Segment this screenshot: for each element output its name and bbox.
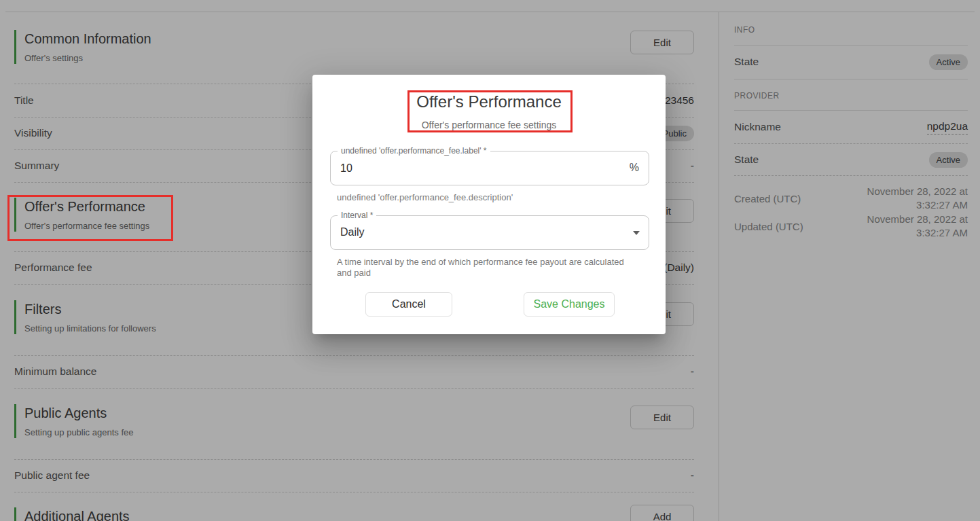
annotation-box-offers-performance-section — [7, 195, 173, 241]
annotation-box-dialog-title — [407, 90, 573, 132]
interval-label: Interval * — [338, 211, 376, 220]
performance-fee-input[interactable] — [340, 151, 612, 185]
performance-fee-helper: undefined 'offer.performance_fee.descrip… — [337, 192, 513, 203]
cancel-button[interactable]: Cancel — [365, 292, 452, 317]
chevron-down-icon — [633, 231, 640, 235]
interval-helper: A time interval by the end of which perf… — [337, 257, 633, 279]
interval-select[interactable]: Interval * Daily — [330, 215, 649, 250]
percent-suffix: % — [630, 162, 639, 174]
save-changes-button[interactable]: Save Changes — [524, 292, 615, 317]
interval-value: Daily — [340, 226, 365, 238]
performance-fee-field: undefined 'offer.performance_fee.label' … — [330, 151, 649, 185]
